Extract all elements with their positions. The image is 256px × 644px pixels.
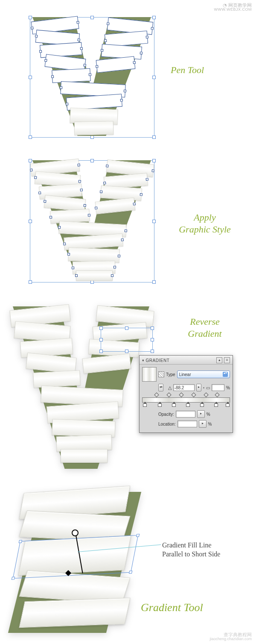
step-apply-style: ApplyGraphic Style	[0, 147, 256, 297]
reverse-gradient-button[interactable]: ⇄	[158, 384, 163, 391]
callout-text: Gradient Fill LineParallel to Short Side	[162, 541, 247, 559]
step-gradient-tool: Gradient Fill LineParallel to Short Side…	[0, 483, 256, 644]
opacity-input[interactable]	[176, 411, 195, 418]
divider-icon: •	[203, 385, 205, 390]
gradient-panel[interactable]: ♦ GRADIENT ▴ ≡ Type Linear ▴▾ ⇄ △	[139, 355, 233, 433]
color-stop[interactable]	[186, 402, 189, 406]
location-suffix: %	[208, 422, 212, 426]
color-stop[interactable]	[214, 402, 218, 406]
selected-strip-bbox	[13, 535, 139, 579]
location-input[interactable]	[177, 421, 197, 427]
strip	[19, 598, 130, 628]
angle-input[interactable]	[173, 384, 195, 391]
ratio-icon: ▭	[206, 385, 210, 390]
collapse-icon[interactable]: ▴	[216, 357, 222, 363]
step-label: ApplyGraphic Style	[171, 212, 239, 235]
angle-menu-button[interactable]: ▸	[196, 384, 201, 391]
panel-menu-icon[interactable]: ≡	[224, 357, 230, 363]
select-value: Linear	[179, 372, 191, 377]
aspect-ratio-input[interactable]	[212, 384, 224, 391]
disclosure-icon[interactable]: ♦	[142, 358, 144, 362]
letter-v-artwork	[32, 17, 151, 136]
gradient-ramp[interactable]	[142, 394, 230, 406]
select-arrows-icon: ▴▾	[223, 372, 228, 377]
opacity-suffix: %	[207, 412, 210, 417]
step-pen-tool: ◔ 网页教学网 WWW.WEBJX.COM Pen Tool	[0, 0, 256, 147]
opacity-label: Opacity:	[158, 412, 174, 417]
opacity-menu-button[interactable]: ▸	[197, 410, 205, 418]
strip	[74, 121, 114, 135]
color-stop[interactable]	[200, 402, 204, 406]
panel-title: GRADIENT	[146, 358, 170, 363]
strip	[61, 449, 108, 463]
step-label: Gradient Tool	[141, 601, 203, 615]
location-menu-button[interactable]: ▸	[199, 420, 207, 428]
strip	[76, 271, 113, 281]
step-reverse-gradient: ReverseGradient ♦ GRADIENT ▴	[0, 297, 256, 483]
watermark-top: ◔ 网页教学网 WWW.WEBJX.COM	[214, 3, 252, 12]
ratio-suffix: %	[226, 385, 230, 390]
color-stop[interactable]	[226, 402, 229, 406]
watermark-bottom: 查字典教程网 jiaocheng.chazidian.com	[209, 632, 252, 641]
panel-body: Type Linear ▴▾ ⇄ △ ▸ • ▭ %	[140, 365, 233, 432]
gradient-type-swatch[interactable]	[158, 371, 164, 377]
selected-strip-bbox	[101, 328, 153, 352]
strip-outline	[52, 68, 90, 83]
step-label: ReverseGradient	[177, 316, 233, 339]
panel-titlebar[interactable]: ♦ GRADIENT ▴ ≡	[140, 356, 233, 365]
gradient-stops[interactable]	[142, 402, 230, 406]
location-label: Location:	[158, 422, 176, 426]
color-stop[interactable]	[172, 402, 175, 406]
color-stop[interactable]	[143, 402, 146, 406]
letter-v-artwork	[32, 160, 151, 280]
strip	[33, 370, 81, 388]
color-stop[interactable]	[158, 402, 161, 406]
step-label: Pen Tool	[171, 64, 204, 76]
type-label: Type	[166, 372, 175, 377]
gradient-type-select[interactable]: Linear ▴▾	[177, 371, 230, 378]
gradient-origin-handle[interactable]	[72, 529, 79, 536]
gradient-preview-swatch[interactable]	[142, 367, 157, 382]
angle-icon: △	[168, 385, 172, 391]
